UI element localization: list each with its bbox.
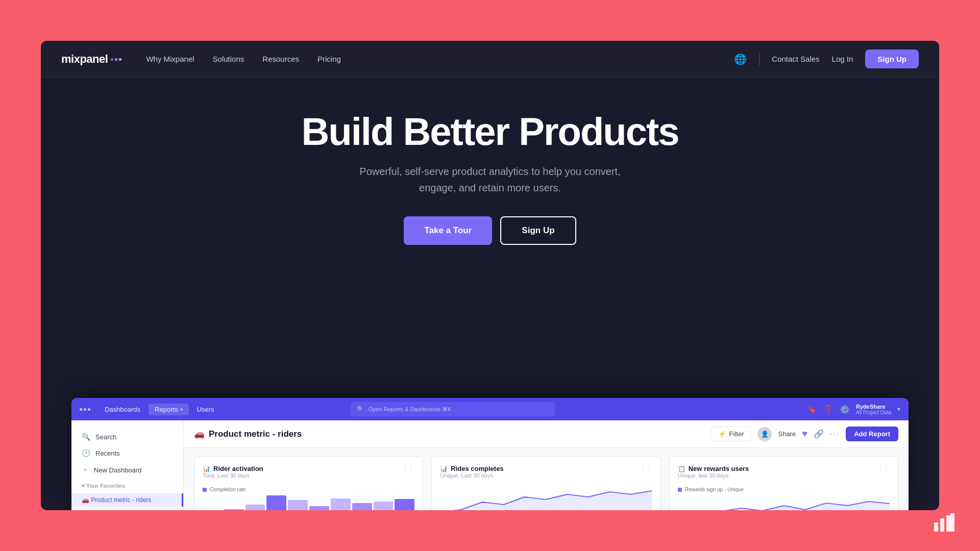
sidebar-recents-icon: 🕐 bbox=[82, 449, 90, 457]
card-2-title: 📊 Rides completes bbox=[440, 465, 503, 472]
dashboard-title: 🚗 Product metric - riders bbox=[194, 429, 302, 439]
bar-2 bbox=[224, 509, 244, 510]
app-nav-tabs: Dashboards Reports ▾ Users bbox=[99, 404, 220, 415]
card-2-more-icon[interactable]: ⋮⋮ bbox=[640, 465, 652, 472]
project-info: RydeShare All Project Data bbox=[856, 404, 891, 415]
bar-9 bbox=[374, 502, 394, 510]
logo-dot-3 bbox=[119, 58, 121, 61]
filter-label: Filter bbox=[729, 430, 744, 438]
card-3-icon: 📋 bbox=[678, 465, 685, 472]
hero-buttons: Take a Tour Sign Up bbox=[404, 216, 576, 245]
card-rides-completes: 📊 Rides completes Unique, Last 30 days ⋮… bbox=[431, 456, 660, 510]
card-2-subtitle: Unique, Last 30 days bbox=[440, 472, 503, 479]
sidebar-favorite-item[interactable]: 🚗 Product metric - riders bbox=[71, 493, 183, 507]
nav-link-solutions[interactable]: Solutions bbox=[213, 55, 244, 63]
card-2-header: 📊 Rides completes Unique, Last 30 days ⋮… bbox=[440, 465, 652, 485]
link-icon[interactable]: 🔗 bbox=[814, 429, 824, 439]
search-icon: 🔍 bbox=[357, 406, 364, 413]
sign-up-hero-button[interactable]: Sign Up bbox=[500, 216, 576, 245]
card-1-title-text: Rider activation bbox=[213, 465, 263, 472]
filter-button[interactable]: ⚡ Filter bbox=[710, 427, 752, 441]
card-3-title-text: New rewards users bbox=[689, 465, 749, 472]
sidebar-chevron-icon: ▾ bbox=[82, 483, 86, 489]
app-logo-dots bbox=[80, 408, 90, 411]
help-icon[interactable]: ❓ bbox=[823, 405, 834, 414]
card-1-legend-label: Completion rate bbox=[210, 487, 246, 492]
logo-dot-1 bbox=[111, 58, 113, 61]
logo-text: mixpanel bbox=[61, 53, 108, 66]
sidebar-new-dashboard-label: New Dashboard bbox=[94, 466, 141, 474]
nav-link-resources[interactable]: Resources bbox=[262, 55, 299, 63]
navigation: mixpanel Why Mixpanel Solutions Resource… bbox=[41, 41, 939, 78]
card-3-header: 📋 New rewards users Unique, last 30 days… bbox=[678, 465, 890, 485]
globe-icon[interactable]: 🌐 bbox=[734, 53, 747, 65]
card-1-more-icon[interactable]: ⋮⋮ bbox=[402, 465, 414, 472]
app-main: 🚗 Product metric - riders ⚡ Filter 👤 Sha… bbox=[184, 420, 909, 510]
sidebar-recents-label: Recents bbox=[95, 449, 120, 457]
nav-links: Why Mixpanel Solutions Resources Pricing bbox=[146, 55, 340, 64]
card-3-legend-label: Rewards sign up - Unique bbox=[685, 487, 744, 492]
card-3-legend: Rewards sign up - Unique bbox=[678, 487, 890, 492]
nav-left: mixpanel Why Mixpanel Solutions Resource… bbox=[61, 53, 341, 66]
share-button[interactable]: Share bbox=[778, 430, 796, 438]
app-search-bar[interactable]: 🔍 Open Reports & Dashboards ⌘K bbox=[351, 402, 555, 416]
app-tab-reports[interactable]: Reports ▾ bbox=[149, 404, 189, 415]
bar-4 bbox=[266, 495, 286, 510]
app-tab-reports-label: Reports bbox=[155, 406, 178, 413]
card-2-title-text: Rides completes bbox=[451, 465, 503, 472]
card-3-more-icon[interactable]: ⋮⋮ bbox=[877, 465, 890, 472]
project-sub: All Project Data bbox=[856, 410, 891, 415]
settings-icon[interactable]: ⚙️ bbox=[840, 405, 850, 414]
card-1-legend-dot bbox=[203, 488, 207, 492]
bookmark-icon[interactable]: 🔖 bbox=[807, 405, 817, 414]
more-options-icon[interactable]: ··· bbox=[830, 430, 840, 439]
heart-icon[interactable]: ♥ bbox=[802, 429, 807, 439]
card-3-chart: 7,500 bbox=[678, 495, 890, 510]
nav-link-why[interactable]: Why Mixpanel bbox=[146, 55, 194, 63]
card-2-chart bbox=[440, 487, 652, 510]
project-name: RydeShare bbox=[856, 404, 891, 410]
nav-link-pricing[interactable]: Pricing bbox=[317, 55, 341, 63]
app-logo-dot-3 bbox=[88, 408, 90, 411]
dashboard-title-text: Product metric - riders bbox=[209, 429, 302, 439]
take-a-tour-button[interactable]: Take a Tour bbox=[404, 216, 492, 245]
app-body: 🔍 Search 🕐 Recents ＋ New Dashboard ▾ You… bbox=[71, 420, 909, 510]
sign-up-nav-button[interactable]: Sign Up bbox=[865, 49, 919, 68]
dashboard-actions: ⚡ Filter 👤 Share ♥ 🔗 ··· Add Report bbox=[710, 427, 898, 441]
app-preview: Dashboards Reports ▾ Users 🔍 Open Report… bbox=[71, 398, 909, 510]
card-1-title: 📊 Rider activation bbox=[203, 465, 263, 472]
bar-8 bbox=[352, 503, 372, 510]
log-in-button[interactable]: Log In bbox=[832, 55, 853, 63]
sidebar-new-dashboard[interactable]: ＋ New Dashboard bbox=[71, 461, 183, 479]
filter-icon: ⚡ bbox=[718, 430, 726, 438]
card-new-rewards: 📋 New rewards users Unique, last 30 days… bbox=[669, 456, 898, 510]
svg-rect-4 bbox=[946, 515, 950, 532]
app-tab-dashboards[interactable]: Dashboards bbox=[99, 404, 146, 415]
sidebar-search-icon: 🔍 bbox=[82, 433, 90, 441]
svg-marker-0 bbox=[440, 491, 652, 510]
bottom-bar-chart-icon bbox=[934, 513, 954, 536]
dashboard-emoji: 🚗 bbox=[194, 429, 205, 439]
nav-divider bbox=[759, 53, 760, 65]
svg-rect-3 bbox=[940, 518, 944, 532]
svg-rect-2 bbox=[934, 522, 938, 532]
card-3-title: 📋 New rewards users bbox=[678, 465, 749, 472]
bar-7 bbox=[331, 498, 351, 510]
svg-rect-5 bbox=[950, 513, 954, 532]
app-tab-users-label: Users bbox=[197, 406, 214, 413]
app-logo-dot-1 bbox=[80, 408, 82, 411]
sidebar-favorites-header: ▾ Your Favorites bbox=[71, 479, 183, 493]
contact-sales-button[interactable]: Contact Sales bbox=[772, 55, 819, 63]
logo-dots bbox=[111, 58, 121, 61]
dropdown-icon[interactable]: ▾ bbox=[897, 406, 900, 413]
sidebar-search[interactable]: 🔍 Search bbox=[71, 429, 183, 445]
card-rider-activation: 📊 Rider activation Total, Last 30 days ⋮… bbox=[194, 456, 423, 510]
hero-title: Build Better Products bbox=[301, 110, 678, 153]
sidebar-recents[interactable]: 🕐 Recents bbox=[71, 445, 183, 461]
reports-dropdown-icon: ▾ bbox=[180, 407, 183, 412]
card-1-header: 📊 Rider activation Total, Last 30 days ⋮… bbox=[203, 465, 414, 485]
app-tab-users[interactable]: Users bbox=[191, 404, 220, 415]
dashboard-header: 🚗 Product metric - riders ⚡ Filter 👤 Sha… bbox=[184, 420, 909, 448]
add-report-button[interactable]: Add Report bbox=[846, 427, 898, 441]
search-placeholder-text: Open Reports & Dashboards ⌘K bbox=[369, 406, 452, 413]
